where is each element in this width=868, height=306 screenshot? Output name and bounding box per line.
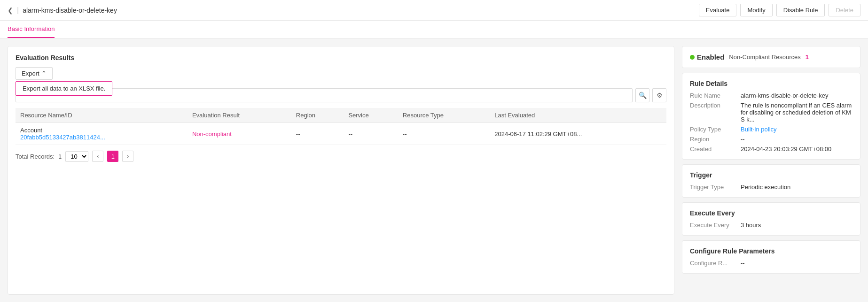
trigger-type-value: Periodic execution [741,184,852,191]
green-dot-icon [690,55,695,60]
resource-type-cell: -- [398,123,490,145]
noncompliant-badge: Non-compliant [192,130,232,138]
rule-details-title: Rule Details [690,80,852,87]
prev-page-button[interactable]: ‹ [92,151,103,162]
gear-icon: ⚙ [657,92,663,99]
evaluation-table: Resource Name/ID Evaluation Result Regio… [16,108,666,145]
description-value: The rule is noncompliant if an CES alarm… [741,102,852,123]
tab-basic-information[interactable]: Basic Information [8,21,55,38]
search-bar: 🔍 ⚙ [16,88,666,102]
modify-button[interactable]: Modify [740,4,772,16]
search-icon: 🔍 [639,92,647,99]
rule-name-label: Rule Name [690,92,737,99]
export-dropdown: Export all data to an XLSX file. [16,81,112,96]
total-label: Total Records: [16,153,55,160]
last-evaluated-cell: 2024-06-17 11:02:29 GMT+08... [490,123,666,145]
created-label: Created [690,145,737,153]
export-xlsx-item[interactable]: Export all data to an XLSX file. [16,82,112,95]
rule-details-grid: Rule Name alarm-kms-disable-or-delete-ke… [690,92,852,153]
separator: | [17,6,19,15]
enabled-label: Enabled [697,53,724,61]
enabled-badge: Enabled [690,53,724,61]
tabs: Basic Information [0,21,868,38]
col-resource-name: Resource Name/ID [16,108,188,123]
configure-rule-grid: Configure R... -- [690,260,852,267]
trigger-section: Trigger Trigger Type Periodic execution [682,164,860,198]
col-service: Service [344,108,398,123]
evaluate-button[interactable]: Evaluate [699,4,737,16]
created-value: 2024-04-23 20:03:29 GMT+08:00 [741,145,852,153]
evaluation-result-cell: Non-compliant [188,123,291,145]
col-resource-type: Resource Type [398,108,490,123]
service-cell: -- [344,123,398,145]
rule-details-section: Rule Details Rule Name alarm-kms-disable… [682,73,860,160]
status-section: Enabled Non-Compliant Resources 1 [682,46,860,68]
configure-rule-title: Configure Rule Parameters [690,247,852,255]
export-chevron-icon: ⌃ [41,70,47,77]
trigger-title: Trigger [690,171,852,179]
noncompliant-count: 1 [805,54,809,61]
resource-name-cell: Account 20fabb5d5133427ab3811424... [16,123,188,145]
evaluation-results-title: Evaluation Results [16,54,666,61]
header-buttons: Evaluate Modify Disable Rule Delete [699,4,860,16]
execute-every-value: 3 hours [741,222,852,229]
total-count: 1 [58,153,62,160]
execute-every-section: Execute Every Execute Every 3 hours [682,202,860,236]
main-layout: Evaluation Results Export ⌃ Export all d… [0,38,868,302]
policy-type-value: Built-in policy [741,126,852,133]
left-panel: Evaluation Results Export ⌃ Export all d… [8,46,674,295]
noncompliant-resources-label: Non-Compliant Resources [729,54,800,61]
disable-rule-button[interactable]: Disable Rule [776,4,825,16]
configure-rule-label: Configure R... [690,260,737,267]
policy-type-label: Policy Type [690,126,737,133]
rule-name-value: alarm-kms-disable-or-delete-key [741,92,852,99]
region-value: -- [741,136,852,143]
execute-every-grid: Execute Every 3 hours [690,222,852,229]
pagination: Total Records: 1 10 20 50 ‹ 1 › [16,151,666,162]
page-size-select[interactable]: 10 20 50 [65,151,88,162]
execute-every-label: Execute Every [690,222,737,229]
export-button[interactable]: Export ⌃ [16,67,53,80]
col-region: Region [291,108,344,123]
search-button[interactable]: 🔍 [635,88,649,102]
table-row: Account 20fabb5d5133427ab3811424... Non-… [16,123,666,145]
col-last-evaluated: Last Evaluated [490,108,666,123]
account-id[interactable]: 20fabb5d5133427ab3811424... [20,134,183,141]
execute-every-title: Execute Every [690,209,852,217]
account-name: Account [20,127,183,134]
export-label: Export [22,70,39,77]
settings-button[interactable]: ⚙ [652,88,666,102]
page-header: ❮ | alarm-kms-disable-or-delete-key Eval… [0,0,868,21]
page-title: alarm-kms-disable-or-delete-key [23,7,117,14]
configure-rule-value: -- [741,260,852,267]
right-panel: Enabled Non-Compliant Resources 1 Rule D… [682,46,860,295]
configure-rule-section: Configure Rule Parameters Configure R...… [682,240,860,274]
trigger-grid: Trigger Type Periodic execution [690,184,852,191]
back-icon[interactable]: ❮ [8,7,13,14]
next-page-button[interactable]: › [122,151,133,162]
description-label: Description [690,102,737,123]
region-cell: -- [291,123,344,145]
trigger-type-label: Trigger Type [690,184,737,191]
delete-button[interactable]: Delete [829,4,860,16]
col-evaluation-result: Evaluation Result [188,108,291,123]
current-page: 1 [107,151,118,162]
region-label: Region [690,136,737,143]
